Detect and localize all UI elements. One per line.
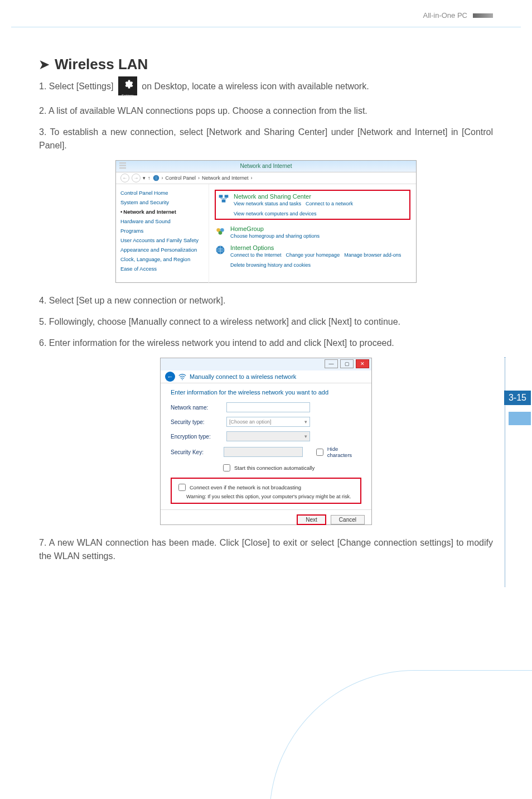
checkbox-auto-start[interactable] [223,464,230,471]
breadcrumb-item-network-internet[interactable]: Network and Internet [202,175,249,181]
link-delete-history[interactable]: Delete browsing history and cookies [230,262,311,268]
link-internet-options[interactable]: Internet Options [230,244,410,251]
block-texts: Internet Options Connect to the Internet… [230,244,410,268]
page-number-tab: 3-15 [504,391,531,405]
screenshot-wireless-wizard: — ▢ ✕ ← Manually connect to a wireless n… [160,358,372,525]
wizard-footer: Next Cancel [161,509,371,529]
link-manage-addons[interactable]: Manage browser add-ons [344,252,401,258]
header-mark-icon [473,13,493,18]
wizard-titlebar: — ▢ ✕ [161,358,371,370]
sidebar-item-user-accounts[interactable]: User Accounts and Family Safety [120,237,204,243]
control-panel-sidebar: Control Panel Home System and Security •… [116,184,209,283]
sidebar-item-network-internet[interactable]: •Network and Internet [120,209,204,215]
sidebar-item-cp-home[interactable]: Control Panel Home [120,190,204,196]
sidebar-item-clock-lang-region[interactable]: Clock, Language, and Region [120,256,204,262]
homegroup-icon [215,225,226,237]
svg-rect-5 [225,195,229,198]
step-1-pre: 1. Select [Settings] [39,81,113,91]
wizard-prompt: Enter information for the wireless netwo… [171,389,361,396]
checkbox-hide-characters[interactable] [316,449,323,456]
step-5: 5. Followingly, choose [Manually connect… [39,315,493,329]
svg-rect-4 [219,195,223,198]
link-network-sharing-center[interactable]: Network and Sharing Center [234,193,407,200]
link-view-status-tasks[interactable]: View network status and tasks [234,201,301,206]
globe-icon [153,175,159,181]
window-menu-icon[interactable] [119,162,126,169]
input-security-key[interactable] [224,447,303,457]
gear-icon [122,79,133,90]
select-encryption-type[interactable]: ▾ [226,431,310,441]
svg-rect-0 [119,162,126,163]
page-header: All-in-One PC [423,11,493,20]
breadcrumb-item-control-panel[interactable]: Control Panel [166,175,196,181]
maximize-button[interactable]: ▢ [340,359,354,368]
block-texts: Network and Sharing Center View network … [234,193,407,216]
label-connect-hidden: Connect even if the network is not broad… [190,484,301,490]
next-button[interactable]: Next [297,514,326,525]
breadcrumb-sep: › [251,175,253,181]
label-encryption-type: Encryption type: [171,434,221,440]
nav-up-button[interactable]: ↑ [148,175,151,181]
heading-row: ➤ Wireless LAN [39,56,493,73]
breadcrumb: ← → ▾ ↑ › Control Panel › Network and In… [116,172,416,184]
link-homegroup[interactable]: HomeGroup [230,225,320,232]
side-dotted-line [505,357,505,587]
nav-forward-button[interactable]: → [132,174,141,182]
svg-point-11 [182,379,183,380]
label-security-type: Security type: [171,419,221,425]
page: All-in-One PC ➤ Wireless LAN 1. Select [… [0,0,532,799]
label-hide-characters: Hide characters [327,446,361,458]
block-texts: HomeGroup Choose homegroup and sharing o… [230,225,320,239]
settings-icon-label: Settings [118,94,137,97]
step-7: 7. A new WLAN connection has been made. … [39,536,493,563]
block-network-sharing-center: Network and Sharing Center View network … [215,190,410,220]
svg-rect-2 [119,167,126,169]
step-6: 6. Enter information for the wireless ne… [39,336,493,350]
checkbox-connect-hidden[interactable] [178,484,186,491]
product-name: All-in-One PC [423,11,467,20]
link-row: Choose homegroup and sharing options [230,233,320,239]
sidebar-item-label: Network and Internet [123,209,176,215]
nav-back-button[interactable]: ← [120,174,129,182]
wizard-title: Manually connect to a wireless network [190,373,296,380]
active-bullet-icon: • [120,209,122,215]
cancel-button[interactable]: Cancel [331,515,365,524]
sidebar-item-system-security[interactable]: System and Security [120,199,204,205]
network-icon [218,193,229,204]
link-row: Connect to the Internet Change your home… [230,252,410,268]
window-title: Network and Internet [240,163,292,169]
sidebar-item-ease-of-access[interactable]: Ease of Access [120,266,204,272]
sidebar-item-programs[interactable]: Programs [120,228,204,234]
wizard-body: Enter information for the wireless netwo… [161,383,371,509]
control-panel-main: Network and Sharing Center View network … [209,184,416,283]
corner-curve-decoration [269,670,532,799]
checkbox-hide-characters-row: Hide characters [314,446,361,458]
select-security-type[interactable]: [Choose an option] ▾ [226,417,310,427]
breadcrumb-sep: › [198,175,200,181]
link-view-computers-devices[interactable]: View network computers and devices [234,211,316,216]
link-connect-internet[interactable]: Connect to the Internet [230,252,282,258]
screenshot-control-panel: Network and Internet ← → ▾ ↑ › Control P… [115,160,417,283]
chevron-down-icon: ▾ [304,434,307,439]
link-change-homepage[interactable]: Change your homepage [286,252,340,258]
sidebar-item-hardware-sound[interactable]: Hardware and Sound [120,218,204,224]
wifi-icon [178,373,186,381]
input-network-name[interactable] [226,402,310,412]
wizard-back-button[interactable]: ← [165,372,175,382]
content-area: ➤ Wireless LAN 1. Select [Settings] Sett… [39,56,493,563]
close-button[interactable]: ✕ [356,359,369,368]
link-row: View network status and tasks Connect to… [234,201,407,216]
checkbox-auto-start-row: Start this connection automatically [221,463,361,473]
checkbox-connect-hidden-row: Connect even if the network is not broad… [176,482,356,493]
link-homegroup-options[interactable]: Choose homegroup and sharing options [230,233,320,239]
wizard-header: ← Manually connect to a wireless network [161,370,371,383]
link-connect-network[interactable]: Connect to a network [306,201,353,206]
minimize-button[interactable]: — [325,359,338,368]
row-security-type: Security type: [Choose an option] ▾ [171,417,361,427]
nav-history-dropdown[interactable]: ▾ [143,175,146,181]
sidebar-item-appearance[interactable]: Appearance and Personalization [120,247,204,253]
header-divider [11,27,521,27]
step-1: 1. Select [Settings] Settings on Desktop… [39,78,493,97]
settings-app-icon: Settings [118,76,137,95]
label-security-key: Security Key: [171,449,218,455]
